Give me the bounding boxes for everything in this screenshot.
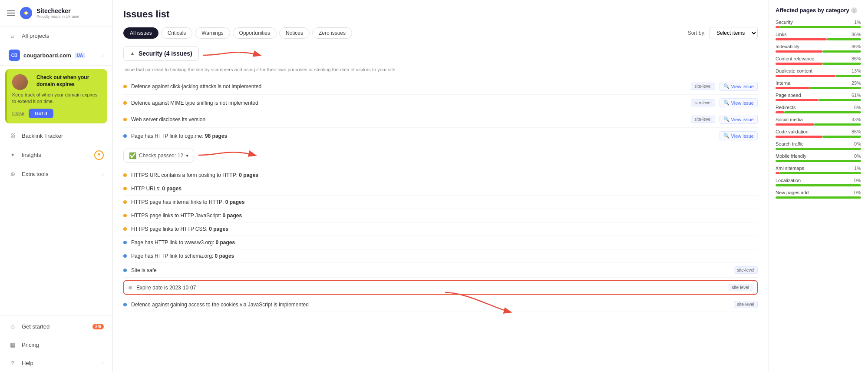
help-label: Help (22, 360, 97, 366)
category-bar-track (776, 136, 861, 138)
category-name: Localization (776, 178, 801, 183)
dot-blue-icon (123, 303, 127, 306)
insights-label: Insights (22, 152, 89, 158)
diamond-icon: ◇ (9, 322, 17, 330)
category-bar-green (818, 99, 861, 101)
tab-notices[interactable]: Notices (279, 27, 310, 39)
category-bar-green (776, 196, 861, 199)
issue-row-ogp: Page has HTTP link to ogp.me: 98 pages 🔍… (123, 128, 758, 144)
backlink-tracker-label: Backlink Tracker (22, 133, 104, 139)
category-bar-green (822, 50, 861, 53)
issue-row-cookie-defence: Defence against gaining access to the co… (123, 297, 758, 312)
category-bar-green (784, 111, 861, 113)
issue-text-https-internal: HTTPS page has internal links to HTTP: 0… (131, 199, 758, 205)
notification-avatar (12, 74, 28, 90)
issue-row-schema: Page has HTTP link to schema.org: 0 page… (123, 249, 758, 263)
category-pct: 33% (851, 117, 861, 122)
issue-text-cookie-defence: Defence against gaining access to the co… (131, 302, 729, 308)
info-icon[interactable]: i (851, 7, 857, 13)
check-circle-icon: ✅ (129, 152, 136, 159)
tabs-row: All issues Criticals Warnings Opportunit… (123, 27, 685, 39)
sidebar-item-all-projects[interactable]: ⌂ All projects (0, 27, 112, 45)
category-bar-green (827, 38, 861, 40)
category-bar-green (822, 136, 861, 138)
dot-orange-icon (123, 101, 127, 105)
notification-actions: Close Got it (12, 109, 102, 118)
checks-passed-header[interactable]: ✅ Checks passed: 12 ▾ (123, 149, 194, 163)
category-row-xml-sitemaps: Xml sitemaps 1% (776, 166, 861, 174)
red-arrow-annotation-2 (194, 144, 264, 166)
notification-desc: Keep track of when your domain expires t… (12, 92, 102, 105)
category-bar-green (780, 26, 861, 28)
notification-close[interactable]: Close (12, 111, 24, 116)
dot-orange-icon (123, 187, 127, 190)
tab-zero-issues[interactable]: Zero issues (312, 27, 352, 39)
category-bar-red (776, 26, 780, 28)
plus-icon: ⊕ (9, 170, 17, 178)
tab-all-issues[interactable]: All issues (123, 27, 158, 39)
issue-text-clickjacking: Defence against click-jacking attacks is… (131, 83, 686, 90)
right-panel-title: Affected pages by category i (776, 7, 861, 13)
sidebar-item-extra-tools[interactable]: ⊕ Extra tools › (0, 165, 112, 183)
domain-expiry-notification: Check out when your domain expires Keep … (5, 69, 107, 123)
sort-select[interactable]: Select items (709, 27, 758, 39)
domain-icon: CB (9, 50, 20, 61)
category-row-new-pages-add: New pages add 0% (776, 190, 861, 199)
view-issue-button-mime[interactable]: 🔍 View issue (719, 98, 758, 107)
category-bar-red (776, 111, 784, 113)
extra-tools-label: Extra tools (22, 171, 97, 177)
category-pct: 1% (854, 20, 861, 25)
category-bar-red (776, 87, 810, 89)
search-icon: 🔍 (723, 83, 729, 89)
sidebar-item-pricing[interactable]: ▦ Pricing (0, 335, 112, 354)
category-pct: 0% (854, 153, 861, 159)
category-bar-track (776, 50, 861, 53)
hamburger-menu[interactable] (7, 10, 15, 16)
category-bar-track (776, 123, 861, 126)
category-name: Content relevance (776, 56, 814, 61)
sidebar-item-backlink-tracker[interactable]: ⛓ Backlink Tracker (0, 127, 112, 145)
issue-row-https-css: HTTPS page links to HTTP CSS: 0 pages (123, 223, 758, 236)
issue-row-https-form: HTTPS URL contains a form posting to HTT… (123, 169, 758, 182)
view-issue-button-webserver[interactable]: 🔍 View issue (719, 115, 758, 124)
category-bar-red (776, 99, 818, 101)
app-tagline: Proudly made in Ukraine (36, 14, 79, 19)
category-bar-green (776, 160, 861, 162)
notification-got-it-button[interactable]: Got it (29, 109, 53, 118)
category-bar-track (776, 75, 861, 77)
domain-selector[interactable]: CB cougarboard.com UA › (0, 45, 112, 66)
pricing-icon: ▦ (9, 341, 17, 349)
category-name: Internal (776, 80, 792, 86)
tab-opportunities[interactable]: Opportunities (233, 27, 277, 39)
issue-badge-cookie-defence: site-level (734, 301, 758, 308)
svg-point-1 (25, 12, 27, 14)
logo: Sitechecker Proudly made in Ukraine (19, 6, 79, 20)
category-name: Xml sitemaps (776, 166, 804, 171)
view-issue-button-ogp[interactable]: 🔍 View issue (719, 131, 758, 140)
category-bar-green (822, 63, 861, 65)
category-bar-track (776, 196, 861, 199)
category-pct: 86% (851, 129, 861, 134)
search-icon: 🔍 (723, 100, 729, 106)
view-issue-button-clickjacking[interactable]: 🔍 View issue (719, 82, 758, 91)
category-bar-red (776, 172, 780, 174)
sidebar-item-insights[interactable]: ✦ Insights ⚑ (0, 145, 112, 165)
tab-criticals[interactable]: Criticals (161, 27, 193, 39)
issue-text-w3: Page has HTTP link to www.w3.org: 0 page… (131, 239, 758, 246)
category-bar-track (776, 38, 861, 40)
security-section-header[interactable]: ▲ Security (4 issues) (123, 46, 199, 61)
sidebar-item-get-started[interactable]: ◇ Get started 2/6 (0, 317, 112, 335)
tab-warnings[interactable]: Warnings (195, 27, 230, 39)
category-bar-track (776, 26, 861, 28)
category-pct: 1% (854, 166, 861, 171)
sidebar-item-help[interactable]: ? Help › (0, 354, 112, 372)
insights-badge-icon: ⚑ (94, 150, 104, 160)
category-bar-red (776, 75, 835, 77)
app-name: Sitechecker (36, 7, 79, 15)
category-bar-track (776, 160, 861, 162)
issue-text-https-css: HTTPS page links to HTTP CSS: 0 pages (131, 226, 758, 232)
page-title: Issues list (123, 9, 758, 20)
category-row-security: Security 1% (776, 20, 861, 28)
issue-text-mime: Defence against MIME type sniffing is no… (131, 100, 686, 106)
notification-title: Check out when your domain expires (36, 74, 102, 88)
